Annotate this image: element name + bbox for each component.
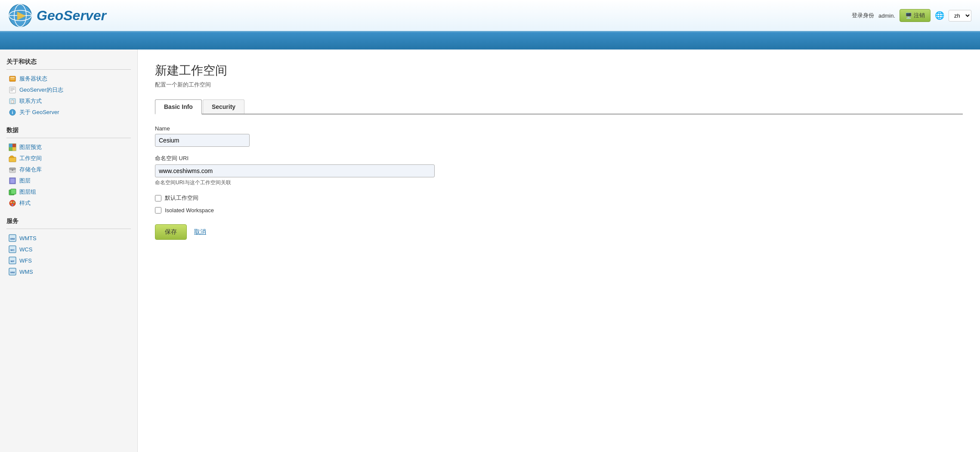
svg-rect-26 bbox=[10, 179, 15, 183]
globe-icon: 🌐 bbox=[935, 11, 944, 20]
section-data-title: 数据 bbox=[6, 127, 131, 134]
header: GeoServer 登录身份 admin. 🖥️ 注销 🌐 zh en bbox=[0, 0, 980, 32]
blue-banner bbox=[0, 32, 980, 50]
svg-text:i: i bbox=[12, 110, 13, 115]
geoserver-logo-icon bbox=[9, 4, 32, 28]
default-workspace-checkbox[interactable] bbox=[155, 195, 161, 201]
sidebar-item-contact[interactable]: 📋 联系方式 bbox=[6, 96, 131, 107]
language-select[interactable]: zh en bbox=[949, 10, 971, 22]
name-label: Name bbox=[155, 125, 963, 132]
svg-text:📋: 📋 bbox=[10, 99, 15, 103]
isolated-workspace-label: Isolated Workspace bbox=[165, 207, 214, 214]
svg-rect-20 bbox=[12, 144, 16, 147]
username-label: admin. bbox=[878, 12, 895, 19]
name-field-group: Name bbox=[155, 125, 963, 147]
namespace-uri-group: 命名空间 URI 命名空间URI与这个工作空间关联 bbox=[155, 155, 963, 186]
store-icon bbox=[9, 166, 16, 173]
sidebar-label-wmts: WMTS bbox=[19, 235, 37, 241]
svg-rect-7 bbox=[10, 78, 15, 79]
namespace-hint: 命名空间URI与这个工作空间关联 bbox=[155, 179, 963, 186]
sidebar-label-server-status: 服务器状态 bbox=[19, 75, 47, 83]
isolated-workspace-row: Isolated Workspace bbox=[155, 207, 963, 214]
svg-text:WC: WC bbox=[10, 249, 15, 251]
svg-point-31 bbox=[13, 201, 15, 203]
svg-rect-19 bbox=[12, 147, 16, 151]
sidebar-item-server-status[interactable]: 服务器状态 bbox=[6, 73, 131, 84]
page-subtitle: 配置一个新的工作空间 bbox=[155, 81, 963, 89]
namespace-uri-input[interactable] bbox=[155, 164, 435, 177]
sidebar: 关于和状态 服务器状态 GeoServer的日志 📋 bbox=[0, 50, 138, 452]
sidebar-label-layer: 图层 bbox=[19, 177, 31, 185]
sidebar-item-wcs[interactable]: WC WCS bbox=[6, 244, 131, 255]
svg-text:WF: WF bbox=[10, 260, 15, 263]
sidebar-item-wfs[interactable]: WF WFS bbox=[6, 255, 131, 266]
sidebar-label-wfs: WFS bbox=[19, 257, 32, 264]
divider-services bbox=[6, 229, 131, 229]
divider-data bbox=[6, 138, 131, 138]
sidebar-item-store[interactable]: 存储仓库 bbox=[6, 164, 131, 175]
sidebar-item-wms[interactable]: WM WMS bbox=[6, 266, 131, 277]
sidebar-item-log[interactable]: GeoServer的日志 bbox=[6, 84, 131, 96]
sidebar-item-layer[interactable]: 图层 bbox=[6, 175, 131, 186]
layer-group-icon bbox=[9, 188, 16, 196]
layer-icon bbox=[9, 177, 16, 185]
svg-rect-21 bbox=[9, 157, 16, 162]
sidebar-label-about: 关于 GeoServer bbox=[19, 108, 59, 116]
section-about-title: 关于和状态 bbox=[6, 58, 131, 66]
contact-icon: 📋 bbox=[9, 97, 16, 105]
header-right: 登录身份 admin. 🖥️ 注销 🌐 zh en bbox=[852, 9, 971, 22]
sidebar-label-wcs: WCS bbox=[19, 246, 32, 253]
button-row: 保存 取消 bbox=[155, 224, 963, 240]
workspace-icon bbox=[9, 155, 16, 162]
default-workspace-label: 默认工作空间 bbox=[165, 194, 198, 202]
wmts-icon: WM bbox=[9, 234, 16, 242]
name-input[interactable] bbox=[155, 134, 250, 147]
sidebar-item-about[interactable]: i 关于 GeoServer bbox=[6, 107, 131, 118]
sidebar-item-layer-preview[interactable]: 图层预览 bbox=[6, 142, 131, 153]
sidebar-label-log: GeoServer的日志 bbox=[19, 86, 63, 94]
svg-rect-9 bbox=[9, 87, 15, 93]
cancel-button[interactable]: 取消 bbox=[192, 224, 208, 240]
server-status-icon bbox=[9, 75, 16, 83]
tab-security[interactable]: Security bbox=[203, 99, 244, 114]
svg-rect-18 bbox=[9, 144, 12, 147]
tab-basic-info[interactable]: Basic Info bbox=[155, 99, 202, 115]
sidebar-item-layer-group[interactable]: 图层组 bbox=[6, 186, 131, 198]
svg-point-32 bbox=[12, 204, 13, 206]
default-workspace-row: 默认工作空间 bbox=[155, 194, 963, 202]
save-button[interactable]: 保存 bbox=[155, 224, 187, 240]
svg-text:WM: WM bbox=[10, 271, 15, 274]
about-icon: i bbox=[9, 108, 16, 116]
svg-text:WM: WM bbox=[10, 238, 15, 240]
namespace-uri-label: 命名空间 URI bbox=[155, 155, 963, 162]
sidebar-label-workspace: 工作空间 bbox=[19, 155, 42, 162]
logo-text: GeoServer bbox=[37, 8, 106, 24]
logout-icon: 🖥️ bbox=[905, 12, 912, 19]
log-icon bbox=[9, 86, 16, 94]
main-content: 新建工作空间 配置一个新的工作空间 Basic Info Security Na… bbox=[138, 50, 980, 452]
layout: 关于和状态 服务器状态 GeoServer的日志 📋 bbox=[0, 50, 980, 452]
svg-rect-6 bbox=[10, 77, 15, 78]
logout-label: 注销 bbox=[914, 12, 925, 19]
sidebar-item-workspace[interactable]: 工作空间 bbox=[6, 153, 131, 164]
sidebar-label-layer-group: 图层组 bbox=[19, 188, 36, 196]
sidebar-item-style[interactable]: 样式 bbox=[6, 198, 131, 209]
svg-rect-8 bbox=[10, 79, 15, 80]
sidebar-label-layer-preview: 图层预览 bbox=[19, 143, 42, 151]
wfs-icon: WF bbox=[9, 257, 16, 264]
page-title: 新建工作空间 bbox=[155, 62, 963, 79]
sidebar-label-style: 样式 bbox=[19, 199, 31, 207]
isolated-workspace-checkbox[interactable] bbox=[155, 207, 161, 214]
login-prefix: 登录身份 bbox=[852, 12, 874, 19]
logout-button[interactable]: 🖥️ 注销 bbox=[900, 9, 931, 22]
svg-rect-28 bbox=[11, 189, 16, 194]
logo-area: GeoServer bbox=[9, 4, 106, 28]
style-icon bbox=[9, 199, 16, 207]
wcs-icon: WC bbox=[9, 245, 16, 253]
svg-point-24 bbox=[12, 169, 13, 171]
svg-point-30 bbox=[10, 201, 12, 203]
sidebar-item-wmts[interactable]: WM WMTS bbox=[6, 232, 131, 244]
sidebar-label-contact: 联系方式 bbox=[19, 97, 42, 105]
layer-preview-icon bbox=[9, 143, 16, 151]
divider-about bbox=[6, 69, 131, 70]
